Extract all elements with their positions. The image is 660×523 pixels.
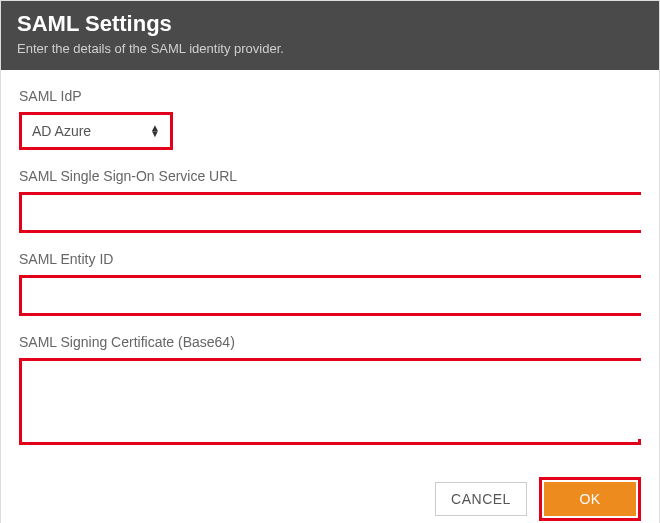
- dialog-header: SAML Settings Enter the details of the S…: [1, 1, 659, 70]
- saml-idp-select[interactable]: AD Azure ▲▼: [22, 115, 170, 147]
- sso-url-label: SAML Single Sign-On Service URL: [19, 168, 641, 184]
- highlight-box: OK: [539, 477, 641, 521]
- dialog-footer: CANCEL OK: [1, 463, 659, 523]
- dialog-body: SAML IdP AD Azure ▲▼ SAML Single Sign-On…: [1, 70, 659, 445]
- field-signing-cert: SAML Signing Certificate (Base64): [19, 334, 641, 445]
- saml-settings-dialog: SAML Settings Enter the details of the S…: [0, 0, 660, 523]
- highlight-box: [19, 192, 641, 233]
- saml-idp-label: SAML IdP: [19, 88, 641, 104]
- dialog-title: SAML Settings: [17, 11, 643, 37]
- dialog-subtitle: Enter the details of the SAML identity p…: [17, 41, 643, 56]
- cancel-button[interactable]: CANCEL: [435, 482, 527, 516]
- highlight-box: [19, 358, 641, 445]
- highlight-box: [19, 275, 641, 316]
- highlight-box: AD Azure ▲▼: [19, 112, 173, 150]
- field-saml-idp: SAML IdP AD Azure ▲▼: [19, 88, 641, 150]
- field-entity-id: SAML Entity ID: [19, 251, 641, 316]
- saml-idp-selected-value: AD Azure: [32, 123, 91, 139]
- field-sso-url: SAML Single Sign-On Service URL: [19, 168, 641, 233]
- sso-url-input[interactable]: [22, 195, 642, 230]
- sort-caret-icon: ▲▼: [150, 125, 160, 137]
- entity-id-label: SAML Entity ID: [19, 251, 641, 267]
- entity-id-input[interactable]: [22, 278, 642, 313]
- ok-button[interactable]: OK: [544, 482, 636, 516]
- signing-cert-label: SAML Signing Certificate (Base64): [19, 334, 641, 350]
- signing-cert-textarea[interactable]: [22, 361, 642, 439]
